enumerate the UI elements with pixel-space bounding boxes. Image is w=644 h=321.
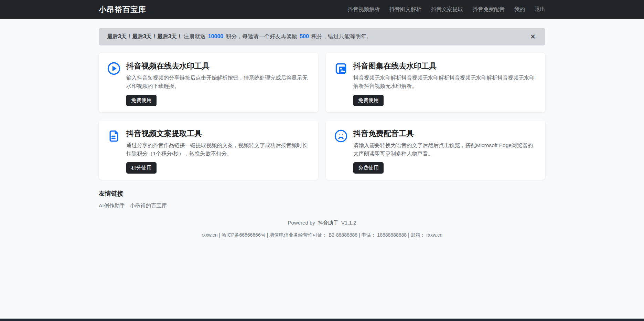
nav-item-my[interactable]: 我的: [514, 6, 525, 13]
card-description: 通过分享的抖音作品链接一键提取视频的文案，视频转文字成功后按音频时长扣除积分（1…: [126, 141, 309, 158]
powered-by-line: Powered by 抖音助手 V1.1.2: [0, 220, 644, 226]
powered-prefix: Powered by: [288, 220, 315, 226]
nav-item-logout[interactable]: 退出: [535, 6, 545, 13]
free-use-button[interactable]: 免费使用: [126, 95, 157, 106]
nav-item-image-parse[interactable]: 抖音图文解析: [389, 6, 421, 13]
points-use-button[interactable]: 积分使用: [126, 162, 157, 174]
card-free-dub: 抖音免费配音工具 请输入需要转换为语音的文字后然后点击预览，搭配Microsof…: [326, 121, 545, 180]
card-title: 抖音视频在线去水印工具: [126, 61, 309, 71]
card-title: 抖音免费配音工具: [353, 128, 536, 139]
banner-mid-text: 积分，每邀请一个好友再奖励: [226, 33, 297, 39]
free-use-button[interactable]: 免费使用: [353, 162, 384, 174]
close-icon[interactable]: ✕: [529, 33, 537, 41]
card-image-watermark: 抖音图集在线去水印工具 抖音视频无水印解析抖音视频无水印解析抖音视频无水印解析抖…: [326, 53, 545, 112]
banner-bold-text: 最后3天！最后3天！最后3天！: [107, 33, 182, 39]
banner-invite-points: 500: [300, 33, 309, 39]
card-description: 请输入需要转换为语音的文字后然后点击预览，搭配Microsoft Edge浏览器…: [353, 141, 536, 158]
card-description: 输入抖音短视频的分享链接后点击开始解析按钮，待系统处理完成后将显示无水印视频的下…: [126, 74, 309, 90]
footer-icp-line: rxxw.cn | 渝ICP备66666666号 | 增值电信业务经营许可证： …: [0, 232, 644, 238]
card-video-watermark: 抖音视频在线去水印工具 输入抖音短视频的分享链接后点击开始解析按钮，待系统处理完…: [99, 53, 318, 112]
nav-links: 抖音视频解析 抖音图文解析 抖音文案提取 抖音免费配音 我的 退出: [338, 6, 545, 13]
tools-grid: 抖音视频在线去水印工具 输入抖音短视频的分享链接后点击开始解析按钮，待系统处理完…: [99, 53, 545, 180]
frown-face-icon: [334, 129, 348, 143]
card-title: 抖音视频文案提取工具: [126, 128, 309, 139]
friend-links-title: 友情链接: [99, 189, 545, 198]
nav-item-copy-extract[interactable]: 抖音文案提取: [431, 6, 463, 13]
nav-item-free-dub[interactable]: 抖音免费配音: [473, 6, 505, 13]
play-circle-icon: [107, 62, 121, 75]
promo-banner: 最后3天！最后3天！最后3天！注册就送10000积分，每邀请一个好友再奖励500…: [99, 28, 545, 45]
document-text-icon: [107, 129, 121, 143]
banner-end-text: 积分，错过只能等明年。: [311, 33, 372, 39]
friend-links-section: 友情链接 AI创作助手 小昂裕的百宝库: [99, 189, 545, 209]
nav-item-video-parse[interactable]: 抖音视频解析: [348, 6, 380, 13]
banner-register-text: 注册就送: [184, 33, 206, 39]
friend-link-treasure[interactable]: 小昂裕的百宝库: [130, 203, 167, 208]
card-copy-extract: 抖音视频文案提取工具 通过分享的抖音作品链接一键提取视频的文案，视频转文字成功后…: [99, 121, 318, 180]
card-description: 抖音视频无水印解析抖音视频无水印解析抖音视频无水印解析抖音视频无水印解析抖音视频…: [353, 74, 536, 90]
free-use-button[interactable]: 免费使用: [353, 95, 384, 106]
powered-version: V1.1.2: [341, 220, 356, 226]
brand-title[interactable]: 小昂裕百宝库: [99, 4, 146, 15]
powered-link[interactable]: 抖音助手: [318, 220, 339, 226]
friend-link-ai-assistant[interactable]: AI创作助手: [99, 203, 125, 208]
banner-text: 最后3天！最后3天！最后3天！注册就送10000积分，每邀请一个好友再奖励500…: [107, 33, 372, 40]
card-title: 抖音图集在线去水印工具: [353, 61, 536, 71]
banner-register-points: 10000: [208, 33, 224, 39]
page: 小昂裕百宝库 抖音视频解析 抖音图文解析 抖音文案提取 抖音免费配音 我的 退出…: [0, 0, 644, 321]
navbar: 小昂裕百宝库 抖音视频解析 抖音图文解析 抖音文案提取 抖音免费配音 我的 退出: [0, 0, 644, 19]
window-bottom-edge: [0, 319, 644, 321]
images-icon: [334, 62, 348, 75]
